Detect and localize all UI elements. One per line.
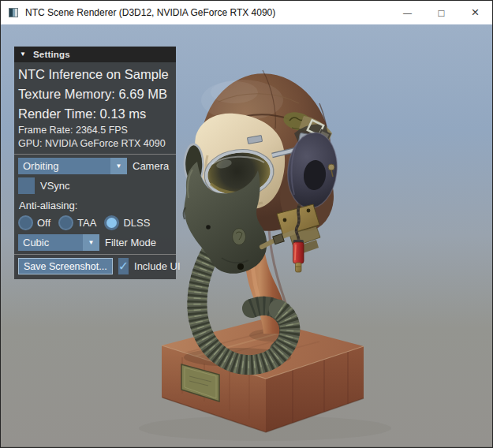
stat-render-time: Render Time: 0.13 ms [18, 104, 172, 124]
app-icon [9, 8, 18, 17]
filter-mode-value: Cubic [18, 234, 83, 251]
include-ui-label: Include UI [134, 260, 181, 272]
settings-panel-header[interactable]: ▼ Settings [14, 47, 176, 62]
separator [14, 154, 176, 155]
antialiasing-label: Anti-aliasing: [19, 200, 172, 211]
minimize-icon: — [403, 8, 412, 17]
maximize-icon: □ [439, 7, 445, 19]
filter-mode-label: Filter Mode [105, 237, 156, 248]
dropdown-arrow-icon: ▼ [83, 234, 99, 251]
radio-aa-dlss-label: DLSS [123, 217, 150, 229]
minimize-button[interactable]: — [390, 1, 424, 24]
save-screenshot-button[interactable]: Save Screenshot... [18, 258, 113, 274]
filter-row: Cubic ▼ Filter Mode [18, 234, 172, 251]
app-window: NTC Scene Renderer (D3D12, NVIDIA GeForc… [0, 0, 493, 448]
camera-mode-value: Orbiting [18, 158, 110, 174]
camera-row: Orbiting ▼ Camera [18, 158, 172, 174]
screenshot-row: Save Screenshot... ✓ Include UI [18, 258, 172, 274]
stat-frame-rate: Frame Rate: 2364.5 FPS [18, 124, 172, 137]
close-button[interactable]: × [458, 1, 492, 24]
stat-inference-mode: NTC Inference on Sample [18, 65, 172, 84]
window-title: NTC Scene Renderer (D3D12, NVIDIA GeForc… [25, 7, 275, 18]
antialiasing-options: Off TAA DLSS [18, 215, 172, 230]
dropdown-arrow-icon: ▼ [110, 158, 127, 174]
close-icon: × [472, 5, 480, 21]
radio-aa-taa[interactable] [58, 215, 73, 230]
camera-mode-dropdown[interactable]: Orbiting ▼ [18, 158, 127, 174]
maximize-button[interactable]: □ [424, 1, 458, 24]
stat-texture-memory: Texture Memory: 6.69 MB [18, 84, 172, 104]
check-icon: ✓ [118, 258, 129, 274]
titlebar: NTC Scene Renderer (D3D12, NVIDIA GeForc… [1, 1, 492, 24]
stat-gpu: GPU: NVIDIA GeForce RTX 4090 [18, 137, 172, 151]
caption-buttons: — □ × [390, 1, 492, 24]
vsync-label: VSync [40, 180, 70, 192]
radio-aa-dlss[interactable] [104, 215, 119, 230]
settings-panel-body: NTC Inference on Sample Texture Memory: … [14, 62, 176, 279]
radio-aa-taa-label: TAA [77, 217, 96, 229]
camera-label: Camera [133, 160, 169, 172]
settings-panel: ▼ Settings NTC Inference on Sample Textu… [14, 47, 176, 279]
settings-panel-title: Settings [33, 50, 70, 59]
radio-aa-off-label: Off [37, 217, 50, 229]
collapse-caret-icon: ▼ [20, 47, 26, 62]
scene-viewport[interactable]: ▼ Settings NTC Inference on Sample Textu… [1, 24, 493, 446]
radio-aa-off[interactable] [18, 215, 33, 230]
include-ui-checkbox[interactable]: ✓ [118, 258, 129, 274]
filter-mode-dropdown[interactable]: Cubic ▼ [18, 234, 99, 251]
vsync-row: ✓ VSync [18, 177, 172, 194]
vsync-checkbox[interactable]: ✓ [18, 177, 35, 194]
separator [14, 254, 176, 255]
